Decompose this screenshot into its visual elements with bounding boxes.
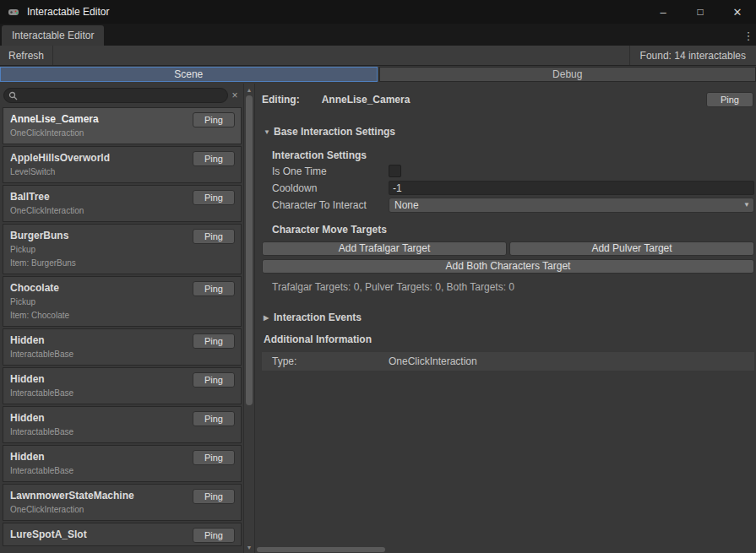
cooldown-label: Cooldown [272,182,389,194]
list-item[interactable]: Hidden Ping InteractableBase [3,367,242,404]
close-icon[interactable]: ✕ [719,0,756,24]
sidebar: × AnneLise_Camera Ping OneClickInteracti… [0,84,243,553]
foldout-closed-icon: ▶ [264,314,274,322]
ping-button[interactable]: Ping [193,190,235,205]
list-item-subtitle: Pickup [10,297,234,307]
base-settings-foldout-label: Base Interaction Settings [274,126,395,138]
scroll-down-icon[interactable]: ▼ [244,542,254,552]
list-item[interactable]: Hidden Ping InteractableBase [3,328,242,366]
character-to-interact-label: Character To Interact [272,199,389,211]
move-targets-header: Character Move Targets [272,224,754,236]
horizontal-scrollbar[interactable] [255,546,756,553]
view-tab-bar: Scene Debug [0,66,756,84]
tab-interactable-editor[interactable]: Interactable Editor [2,25,104,46]
search-icon [8,91,18,100]
ping-button[interactable]: Ping [193,112,235,127]
character-to-interact-value: None [394,199,419,211]
ping-button[interactable]: Ping [193,528,235,543]
interaction-settings-header: Interaction Settings [272,149,754,162]
inspector-panel: Editing: AnneLise_Camera Ping ▼ Base Int… [255,84,756,553]
chevron-down-icon: ▼ [743,201,750,209]
list-item-subtitle: Item: Chocolate [10,311,234,321]
list-item-subtitle: Item: BurgerBuns [10,258,234,268]
list-item[interactable]: Hidden Ping InteractableBase [3,445,242,482]
search-clear-icon[interactable]: × [228,88,242,103]
targets-summary: Trafalgar Targets: 0, Pulver Targets: 0,… [272,281,754,293]
ping-button[interactable]: Ping [193,151,235,166]
interaction-events-foldout-label: Interaction Events [274,312,362,323]
list-item-subtitle: LevelSwitch [10,167,234,177]
list-item-subtitle: Pickup [10,245,234,255]
editing-value: AnneLise_Camera [322,94,411,106]
window-title: Interactable Editor [27,6,109,18]
ping-button[interactable]: Ping [193,489,235,504]
list-item-subtitle: OneClickInteraction [10,505,234,515]
list-item-subtitle: InteractableBase [10,466,234,476]
maximize-icon[interactable]: □ [682,0,719,24]
refresh-button[interactable]: Refresh [0,46,53,65]
toolbar: Refresh Found: 14 interactables [0,46,756,66]
additional-info-header: Additional Information [264,333,754,346]
ping-button[interactable]: Ping [193,450,235,465]
character-to-interact-row: Character To Interact None ▼ [272,197,754,213]
list-item[interactable]: BurgerBuns Ping PickupItem: BurgerBuns [3,224,242,274]
is-one-time-label: Is One Time [272,165,389,177]
interactable-list: AnneLise_Camera Ping OneClickInteraction… [0,107,243,553]
type-row: Type: OneClickInteraction [262,352,754,371]
tab-menu-icon[interactable]: ⋮ [741,25,756,46]
ping-button[interactable]: Ping [193,372,235,388]
base-settings-foldout[interactable]: ▼ Base Interaction Settings [264,125,754,138]
ping-button[interactable]: Ping [193,333,235,349]
cooldown-row: Cooldown [272,180,754,196]
tab-debug[interactable]: Debug [379,67,756,82]
foldout-open-icon: ▼ [264,128,274,136]
search-row: × [0,84,243,107]
search-field[interactable] [3,88,228,103]
type-value: OneClickInteraction [389,355,477,367]
inspector-ping-button[interactable]: Ping [706,92,753,107]
is-one-time-checkbox[interactable] [389,165,401,177]
interactable-editor-window: Interactable Editor – □ ✕ Interactable E… [0,0,756,553]
add-pulver-target-button[interactable]: Add Pulver Target [509,241,754,256]
list-item-subtitle: InteractableBase [10,350,234,360]
list-item-subtitle: InteractableBase [10,427,234,437]
titlebar: Interactable Editor – □ ✕ [0,0,756,24]
tab-scene[interactable]: Scene [0,67,378,82]
list-item[interactable]: AppleHillsOverworld Ping LevelSwitch [3,146,242,183]
ping-button[interactable]: Ping [193,281,235,296]
list-item-subtitle: OneClickInteraction [10,128,234,138]
horizontal-scrollbar-thumb[interactable] [257,547,385,552]
add-trafalgar-target-button[interactable]: Add Trafalgar Target [262,241,507,256]
minimize-icon[interactable]: – [645,0,682,24]
interaction-events-foldout[interactable]: ▶ Interaction Events [264,311,754,324]
list-item[interactable]: BallTree Ping OneClickInteraction [3,185,242,222]
editing-label: Editing: [262,94,300,106]
main-content: × AnneLise_Camera Ping OneClickInteracti… [0,84,756,553]
list-item[interactable]: Hidden Ping InteractableBase [3,406,242,443]
ping-button[interactable]: Ping [193,411,235,426]
vertical-scrollbar[interactable]: ▲ ▼ [243,84,255,553]
list-item[interactable]: LawnmowerStateMachine Ping OneClickInter… [3,484,242,521]
add-both-characters-target-button[interactable]: Add Both Characters Target [262,259,754,274]
cooldown-input[interactable] [389,181,754,195]
scrollbar-thumb[interactable] [246,95,253,405]
list-item-subtitle: InteractableBase [10,388,234,398]
is-one-time-row: Is One Time [272,163,754,179]
editing-header: Editing: AnneLise_Camera Ping [262,91,754,108]
both-target-button-row: Add Both Characters Target [262,259,754,274]
type-label: Type: [272,355,389,367]
list-item[interactable]: AnneLise_Camera Ping OneClickInteraction [3,107,242,144]
search-input[interactable] [18,89,227,101]
list-item[interactable]: Chocolate Ping PickupItem: Chocolate [3,276,242,327]
app-icon [7,5,20,19]
target-buttons-row: Add Trafalgar Target Add Pulver Target [262,241,754,256]
scroll-up-icon[interactable]: ▲ [244,84,254,95]
editor-tab-strip: Interactable Editor ⋮ [0,24,756,46]
list-item-subtitle: OneClickInteraction [10,206,234,216]
found-count-label: Found: 14 interactables [629,46,756,65]
ping-button[interactable]: Ping [193,229,235,244]
list-item[interactable]: LureSpotA_Slot Ping [3,523,242,546]
character-to-interact-dropdown[interactable]: None ▼ [389,198,754,213]
